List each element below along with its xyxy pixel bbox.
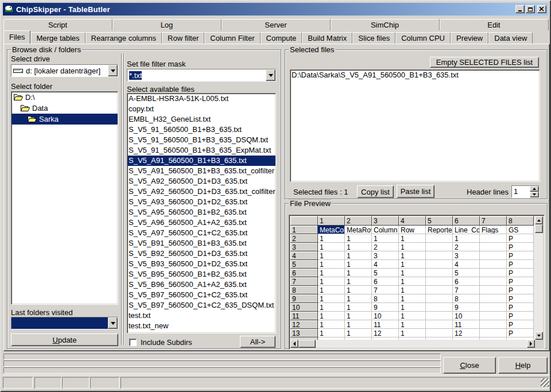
folder-item-d[interactable]: D:\ <box>11 92 118 103</box>
grid-cell[interactable] <box>480 312 507 320</box>
file-item[interactable]: test.txt_new <box>127 321 276 331</box>
filter-mask-combobox[interactable]: *.txt <box>127 69 276 81</box>
last-folders-combobox[interactable] <box>11 317 118 329</box>
grid-cell[interactable]: P <box>507 303 534 312</box>
file-item[interactable]: S_V5_B92_560500_D1+D3_635.txt <box>127 249 276 259</box>
all-files-button[interactable]: All-> <box>240 336 276 348</box>
grid-cell[interactable]: 1 <box>318 329 345 337</box>
file-item[interactable]: S_V5_A97_560500_C1+C2_635.txt <box>127 228 276 238</box>
header-lines-value[interactable]: 1 <box>512 186 530 197</box>
grid-cell[interactable]: 1 <box>345 312 372 320</box>
grid-row-header[interactable]: 9 <box>290 294 318 303</box>
grid-cell[interactable]: 9 <box>372 303 399 312</box>
tab-log[interactable]: Log <box>112 19 222 30</box>
grid-cell[interactable]: 1 <box>399 303 426 312</box>
grid-row-header[interactable]: 12 <box>290 320 318 329</box>
paste-list-button[interactable]: Paste list <box>397 185 434 198</box>
grid-cell[interactable]: 1 <box>399 286 426 294</box>
preview-vscrollbar[interactable] <box>535 216 543 340</box>
selected-file-item[interactable]: D:\Data\Sarka\S_V5_A91_560500_B1+B3_635.… <box>290 70 540 80</box>
grid-cell[interactable]: 3 <box>453 251 480 260</box>
grid-cell[interactable]: 1 <box>453 234 480 243</box>
grid-cell[interactable] <box>426 251 453 260</box>
grid-cell[interactable]: 1 <box>345 260 372 269</box>
grid-cell[interactable]: MetaColum <box>318 226 345 234</box>
file-item[interactable]: S_V5_91_560500_B1+B3_635_DSQM.txt <box>127 135 276 145</box>
grid-row-header[interactable]: 6 <box>290 269 318 277</box>
file-item[interactable]: S_V5_B97_560500_C1+C2_635.txt <box>127 290 276 300</box>
grid-cell[interactable] <box>426 234 453 243</box>
titlebar[interactable]: ChipSkipper - TableButler <box>3 3 548 15</box>
grid-cell[interactable]: 10 <box>453 312 480 320</box>
last-folders-field[interactable] <box>11 317 108 329</box>
drive-dropdown-button[interactable] <box>108 65 118 76</box>
grid-cell[interactable]: 1 <box>345 234 372 243</box>
tab-data-view[interactable]: Data view <box>488 32 533 44</box>
grid-cell[interactable]: MetaRow <box>345 226 372 234</box>
grid-cell[interactable] <box>480 234 507 243</box>
grid-cell[interactable] <box>426 329 453 337</box>
tab-slice-files[interactable]: Slice files <box>352 32 395 44</box>
grid-cell[interactable]: 1 <box>318 303 345 312</box>
grid-cell[interactable]: 1 <box>399 269 426 277</box>
available-files-list[interactable]: A-EMBL-HSR3A-51K-L005.txtcopy.txtEMBL_H3… <box>127 93 276 333</box>
grid-row-header[interactable]: 13 <box>290 329 318 337</box>
file-item[interactable]: S_V5_B93_560500_D1+D2_635.txt <box>127 259 276 269</box>
last-folders-dropdown-button[interactable] <box>108 317 118 329</box>
grid-cell[interactable] <box>480 277 507 286</box>
grid-cell[interactable]: 7 <box>453 286 480 294</box>
grid-cell[interactable] <box>480 294 507 303</box>
grid-cell[interactable]: 1 <box>318 286 345 294</box>
tab-edit[interactable]: Edit <box>440 19 549 30</box>
grid-cell[interactable]: 8 <box>372 294 399 303</box>
grid-cell[interactable]: P <box>507 269 534 277</box>
filter-mask-field[interactable]: *.txt <box>127 69 266 81</box>
grid-cell[interactable]: 1 <box>345 251 372 260</box>
grid-cell[interactable]: 1 <box>318 312 345 320</box>
grid-cell[interactable]: P <box>507 312 534 320</box>
grid-cell[interactable] <box>426 277 453 286</box>
grid-cell[interactable]: GS <box>507 226 534 234</box>
file-item[interactable]: A-EMBL-HSR3A-51K-L005.txt <box>127 94 276 104</box>
grid-cell[interactable]: 1 <box>399 251 426 260</box>
grid-cell[interactable] <box>426 260 453 269</box>
grid-row-header[interactable]: 10 <box>290 303 318 312</box>
vscroll-thumb[interactable] <box>535 224 543 233</box>
grid-cell[interactable] <box>426 286 453 294</box>
grid-cell[interactable]: 2 <box>372 243 399 251</box>
file-item[interactable]: S_V5_B97_560500_C1+C2_635_DSQM.txt <box>127 300 276 311</box>
tab-column-cpu[interactable]: Column CPU <box>395 32 451 44</box>
grid-col-header[interactable]: 3 <box>372 216 399 226</box>
grid-cell[interactable]: P <box>507 329 534 337</box>
grid-col-header[interactable]: 1 <box>318 216 345 226</box>
file-item[interactable]: S_V5_A91_560500_B1+B3_635.txt <box>127 156 276 166</box>
grid-cell[interactable] <box>426 320 453 329</box>
grid-cell[interactable] <box>426 312 453 320</box>
grid-cell[interactable]: 1 <box>345 329 372 337</box>
grid-cell[interactable]: 1 <box>318 269 345 277</box>
scroll-up-button[interactable] <box>535 216 543 224</box>
grid-cell[interactable]: 12 <box>453 329 480 337</box>
grid-cell[interactable]: 1 <box>399 243 426 251</box>
spin-down-button[interactable] <box>530 192 539 197</box>
grid-cell[interactable]: P <box>507 320 534 329</box>
grid-cell[interactable]: 5 <box>372 269 399 277</box>
tab-rearrange-columns[interactable]: Rearrange columns <box>86 32 162 44</box>
grid-cell[interactable]: 1 <box>318 243 345 251</box>
file-item[interactable]: copy.txt <box>127 104 276 114</box>
tab-files[interactable]: Files <box>3 30 30 44</box>
grid-cell[interactable]: 6 <box>372 277 399 286</box>
grid-cell[interactable]: 3 <box>372 251 399 260</box>
grid-col-header[interactable]: 5 <box>426 216 453 226</box>
file-item[interactable]: S_V5_A93_560500_D1+D2_635.txt <box>127 197 276 207</box>
include-subdirs-checkbox[interactable] <box>129 339 137 346</box>
grid-cell[interactable]: 1 <box>399 329 426 337</box>
grid-row-header[interactable]: 4 <box>290 251 318 260</box>
grid-cell[interactable]: 1 <box>399 312 426 320</box>
grid-cell[interactable]: 1 <box>345 294 372 303</box>
grid-cell[interactable]: P <box>507 243 534 251</box>
tab-merge-tables[interactable]: Merge tables <box>30 32 85 44</box>
grid-cell[interactable] <box>426 294 453 303</box>
folder-item-data[interactable]: Data <box>11 103 118 114</box>
tab-server[interactable]: Server <box>222 19 331 30</box>
